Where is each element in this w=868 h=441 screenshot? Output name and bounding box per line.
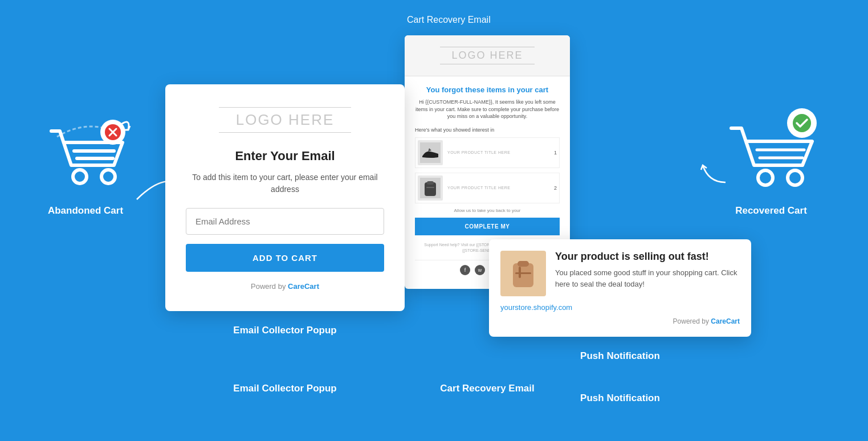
push-body: You placed some good stuff in your shopp… [555, 267, 740, 289]
product-info-1: YOUR PRODUCT TITLE HERE [443, 150, 554, 154]
recovered-cart-label: Recovered Cart [708, 205, 834, 217]
email-collector-popup: LOGO HERE Enter Your Email To add this i… [165, 84, 405, 311]
push-carecart-link[interactable]: CareCart [711, 317, 740, 325]
svg-point-17 [758, 170, 773, 185]
email-intro-text: Hi {{CUSTOMER-FULL-NAME}}, It seems like… [415, 99, 560, 120]
product-image-2 [418, 175, 443, 201]
facebook-icon[interactable]: f [460, 265, 470, 275]
popup-title: Enter Your Email [186, 149, 384, 164]
push-section-label: Push Notification [580, 350, 660, 362]
svg-rect-16 [519, 267, 521, 278]
push-link[interactable]: yourstore.shopify.com [500, 303, 740, 312]
add-to-cart-button[interactable]: ADD TO CART [186, 244, 384, 272]
svg-rect-15 [515, 272, 531, 274]
popup-logo-text: LOGO HERE [219, 107, 352, 133]
abandoned-cart-icon [40, 114, 131, 194]
push-product-image [500, 251, 546, 296]
push-notification-bottom-label: Push Notification [489, 393, 751, 404]
product-title-1: YOUR PRODUCT TITLE HERE [447, 150, 549, 154]
email-allow-text: Allow us to take you back to your [415, 208, 560, 213]
svg-point-18 [788, 170, 802, 185]
email-forgot-title: You forgot these items in your cart [415, 85, 560, 94]
cart-recovery-bottom-label: Cart Recovery Email [405, 383, 570, 394]
svg-point-0 [73, 170, 87, 183]
product-qty-2: 2 [554, 185, 557, 191]
email-collector-label: Email Collector Popup [233, 325, 336, 336]
recovered-cart-section: Recovered Cart [708, 108, 834, 217]
svg-point-21 [793, 114, 811, 132]
email-interest-label: Here's what you showed interest in [415, 127, 560, 133]
push-card-top: Your product is selling out fast! You pl… [500, 251, 740, 296]
product-row-2: YOUR PRODUCT TITLE HERE 2 [415, 173, 560, 203]
email-logo-text: LOGO HERE [440, 47, 534, 64]
push-content: Your product is selling out fast! You pl… [555, 251, 740, 296]
email-card-header: LOGO HERE [405, 35, 570, 76]
popup-powered-by: Powerd by CareCart [186, 282, 384, 291]
product-qty-1: 1 [554, 150, 557, 156]
abandoned-cart-label: Abandoned Cart [23, 205, 148, 217]
product-info-2: YOUR PRODUCT TITLE HERE [443, 186, 554, 190]
svg-rect-10 [427, 181, 434, 185]
popup-description: To add this item to your cart, please en… [186, 172, 384, 195]
carecart-link[interactable]: CareCart [288, 282, 319, 291]
svg-point-1 [101, 170, 115, 183]
product-row-1: YOUR PRODUCT TITLE HERE 1 [415, 137, 560, 168]
push-title: Your product is selling out fast! [555, 251, 740, 263]
product-image-1 [418, 140, 443, 165]
x-badge [100, 120, 125, 145]
svg-rect-13 [513, 263, 533, 287]
check-badge [787, 108, 817, 138]
product-title-2: YOUR PRODUCT TITLE HERE [447, 186, 549, 190]
svg-rect-14 [517, 261, 529, 267]
whatsapp-icon[interactable]: w [475, 265, 485, 275]
push-notification-card: Your product is selling out fast! You pl… [489, 239, 751, 337]
email-collector-bottom-label: Email Collector Popup [165, 383, 405, 394]
popup-logo: LOGO HERE [186, 107, 384, 133]
svg-rect-11 [426, 187, 434, 188]
abandoned-cart-section: Abandoned Cart [23, 114, 148, 217]
push-powered-by: Powered by CareCart [500, 317, 740, 325]
arrow-to-recovered [697, 160, 731, 188]
complete-my-button[interactable]: COMPLETE MY [415, 218, 560, 235]
cart-recovery-email-title: Cart Recovery Email [407, 15, 491, 25]
recovered-cart-icon [720, 108, 822, 194]
email-input[interactable] [186, 208, 384, 235]
